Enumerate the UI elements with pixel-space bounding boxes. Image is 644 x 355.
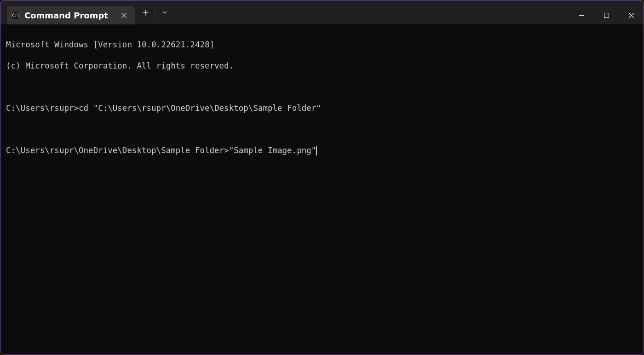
maximize-icon: [604, 13, 609, 18]
titlebar: C:\ Command Prompt: [0, 0, 644, 24]
terminal-header-line: Microsoft Windows [Version 10.0.22621.24…: [6, 40, 641, 50]
close-icon: [629, 13, 634, 18]
terminal-cursor: [316, 146, 317, 155]
terminal-current-line: C:\Users\rsupr\OneDrive\Desktop\Sample F…: [6, 145, 641, 156]
terminal-header-line: (c) Microsoft Corporation. All rights re…: [6, 61, 641, 71]
terminal-blank-line: [6, 124, 641, 135]
terminal-blank-line: [6, 82, 641, 92]
terminal-command: "Sample Image.png": [229, 145, 316, 156]
minimize-icon: [579, 13, 584, 18]
svg-rect-0: [604, 13, 609, 17]
tabs-region: C:\ Command Prompt: [0, 0, 173, 24]
terminal-prompt: C:\Users\rsupr>: [6, 103, 79, 114]
terminal-content[interactable]: Microsoft Windows [Version 10.0.22621.24…: [0, 24, 644, 355]
terminal-prompt: C:\Users\rsupr\OneDrive\Desktop\Sample F…: [6, 145, 229, 156]
minimize-button[interactable]: [569, 6, 594, 24]
terminal-history-line: C:\Users\rsupr>cd "C:\Users\rsupr\OneDri…: [6, 103, 641, 114]
chevron-down-icon: [162, 10, 167, 15]
close-window-button[interactable]: [619, 6, 644, 24]
tab-close-button[interactable]: [119, 10, 129, 20]
terminal-command: cd "C:\Users\rsupr\OneDrive\Desktop\Samp…: [79, 103, 321, 114]
maximize-button[interactable]: [594, 6, 619, 24]
window-controls: [569, 6, 644, 24]
tab-dropdown-button[interactable]: [156, 4, 173, 21]
toolbar-divider: [155, 7, 155, 17]
new-tab-button[interactable]: [138, 4, 154, 21]
close-icon: [121, 13, 126, 18]
tab-command-prompt[interactable]: C:\ Command Prompt: [7, 6, 135, 24]
tab-title: Command Prompt: [24, 11, 108, 20]
plus-icon: [143, 10, 149, 16]
command-prompt-icon: C:\: [12, 11, 20, 19]
tab-actions: [138, 0, 173, 24]
